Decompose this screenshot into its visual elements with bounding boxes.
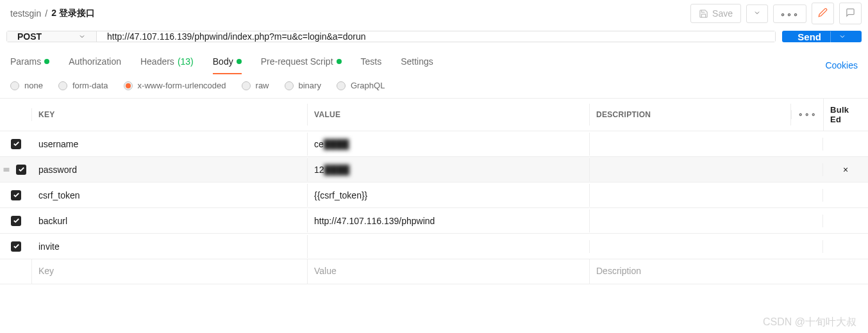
dot-icon <box>237 59 242 64</box>
cell-key[interactable]: csrf_token <box>32 184 308 207</box>
cell-key[interactable]: password <box>32 158 308 181</box>
drag-handle-icon[interactable] <box>3 166 10 174</box>
cell-description[interactable] <box>590 138 823 150</box>
cell-description[interactable] <box>590 163 823 176</box>
body-type-formdata[interactable]: form-data <box>58 81 108 90</box>
th-description: DESCRIPTION <box>590 104 791 126</box>
cell-value[interactable]: {{csrf_token}} <box>308 184 590 207</box>
body-type-none[interactable]: none <box>10 81 43 90</box>
pencil-icon <box>818 8 828 17</box>
comment-icon <box>846 8 855 17</box>
cell-value[interactable] <box>308 240 590 253</box>
cell-key[interactable]: username <box>32 133 308 156</box>
tab-authorization[interactable]: Authorization <box>69 56 121 74</box>
tab-headers[interactable]: Headers (13) <box>140 56 194 74</box>
radio-icon <box>124 81 133 90</box>
cell-key[interactable]: backurl <box>32 209 308 232</box>
body-type-graphql[interactable]: GraphQL <box>337 81 385 90</box>
tab-body[interactable]: Body <box>213 56 242 74</box>
breadcrumb-sep: / <box>45 8 47 19</box>
chevron-down-icon <box>78 33 86 40</box>
tab-settings[interactable]: Settings <box>401 56 433 74</box>
bulk-edit-button[interactable]: Bulk Ed <box>823 99 868 131</box>
send-dropdown[interactable] <box>830 31 846 42</box>
save-label: Save <box>712 8 733 19</box>
save-icon <box>699 9 708 19</box>
body-type-urlencoded[interactable]: x-www-form-urlencoded <box>124 81 226 90</box>
tab-prerequest[interactable]: Pre-request Script <box>261 56 342 74</box>
new-desc-input[interactable]: Description <box>590 259 868 284</box>
method-select[interactable]: POST <box>7 31 97 42</box>
th-key: KEY <box>32 104 308 126</box>
chevron-down-icon <box>839 33 846 40</box>
body-type-binary[interactable]: binary <box>285 81 321 90</box>
radio-icon <box>337 81 346 90</box>
radio-icon <box>58 81 67 90</box>
new-value-input[interactable]: Value <box>308 259 590 284</box>
cell-value[interactable]: 12████ <box>308 158 590 181</box>
cell-value[interactable]: ce████ <box>308 133 590 156</box>
cell-value[interactable]: http://47.107.116.139/phpwind <box>308 209 590 232</box>
body-params-table: KEY VALUE DESCRIPTION ∘∘∘ Bulk Ed userna… <box>0 98 868 284</box>
method-label: POST <box>17 31 42 42</box>
more-options-button[interactable]: ∘∘∘ <box>773 4 806 23</box>
tab-tests[interactable]: Tests <box>361 56 382 74</box>
cell-description[interactable] <box>590 240 823 253</box>
row-checkbox[interactable] <box>11 216 21 226</box>
table-row: invite <box>0 233 868 259</box>
th-value: VALUE <box>308 104 590 126</box>
cell-key[interactable]: invite <box>32 235 308 258</box>
cell-description[interactable] <box>590 189 823 202</box>
send-label: Send <box>797 31 821 42</box>
dot-icon <box>44 59 49 64</box>
cookies-link[interactable]: Cookies <box>825 60 858 70</box>
save-dropdown-button[interactable] <box>746 4 768 23</box>
new-key-input[interactable]: Key <box>32 259 308 284</box>
save-button: Save <box>690 4 741 23</box>
table-row: backurlhttp://47.107.116.139/phpwind <box>0 207 868 233</box>
comments-button[interactable] <box>839 3 862 24</box>
body-type-raw[interactable]: raw <box>242 81 269 90</box>
breadcrumb: testsgin / 2 登录接口 <box>10 8 95 19</box>
tab-params[interactable]: Params <box>10 56 49 74</box>
radio-icon <box>242 81 251 90</box>
chevron-down-icon <box>753 9 761 17</box>
radio-icon <box>10 81 19 90</box>
dot-icon <box>337 59 342 64</box>
row-checkbox[interactable] <box>16 165 26 175</box>
cell-description[interactable] <box>590 215 823 227</box>
edit-button[interactable] <box>812 3 834 24</box>
table-row: csrf_token{{csrf_token}} <box>0 182 868 207</box>
columns-options-button[interactable]: ∘∘∘ <box>791 110 823 119</box>
radio-icon <box>285 81 294 90</box>
url-input[interactable] <box>97 31 775 42</box>
workspace-name[interactable]: testsgin <box>10 8 41 19</box>
delete-row-button[interactable]: × <box>823 158 868 181</box>
send-button[interactable]: Send <box>782 31 862 42</box>
table-row: password12████× <box>0 156 868 182</box>
row-checkbox[interactable] <box>11 241 21 252</box>
row-checkbox[interactable] <box>11 190 21 200</box>
request-name[interactable]: 2 登录接口 <box>51 8 95 19</box>
table-row: usernamece████ <box>0 131 868 156</box>
row-checkbox[interactable] <box>11 139 21 149</box>
